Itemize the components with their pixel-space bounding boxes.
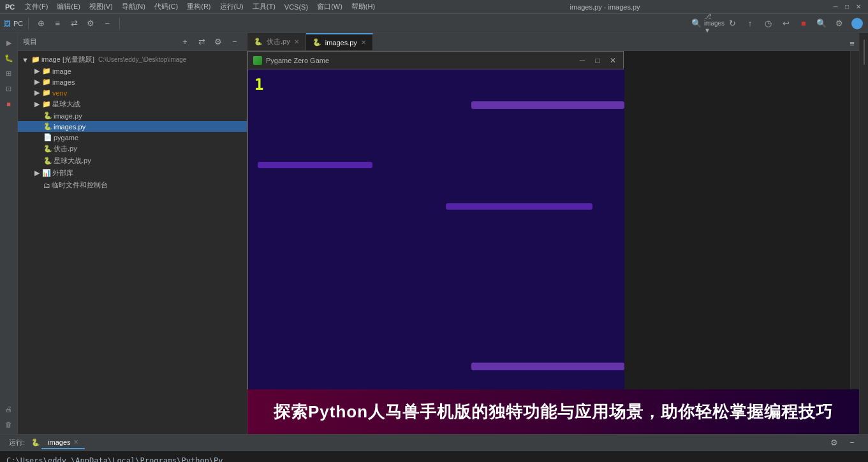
commit-button[interactable]: ↑ [743,17,757,31]
editor-tabs: 🐍 伏击.py ✕ 🐍 images.py ✕ ≡ [247,33,859,51]
toolbar-add-button[interactable]: ⊕ [34,17,48,31]
vtab-structure[interactable]: ⊞ [2,66,16,80]
tab-fuji[interactable]: 🐍 伏击.py ✕ [247,33,306,50]
menu-view[interactable]: 视图(V) [85,1,117,13]
close-button[interactable]: ✕ [854,3,863,11]
bottom-tab-images-1[interactable]: images ✕ [41,437,84,449]
branch-button[interactable]: ⎇ images ▼ [707,17,721,31]
py-icon1: 🐍 [43,112,52,120]
menu-window[interactable]: 窗口(W) [313,1,346,13]
project-panel: 项目 + ⇄ ⚙ − ▼ 📁 image [光量跳跃] C:\Users\edd… [18,33,247,434]
vtab-print[interactable]: 🖨 [2,402,16,416]
pygame-title-label: Pygame Zero Game [266,57,573,64]
menu-vcs[interactable]: VCS(S) [281,2,312,12]
vtab-terminal[interactable]: ⊡ [2,82,16,96]
xingqiu-collapsed-icon: ▶ [34,100,40,108]
window-title: images.py - images.py [380,3,830,11]
vtab-trash[interactable]: 🗑 [2,417,16,431]
root-icon: 📁 [31,55,40,64]
game-score: 1 [254,76,263,94]
tree-images-folder[interactable]: ▶ 📁 images [18,76,247,87]
btab-settings[interactable]: ⚙ [827,436,841,450]
project-header: 项目 + ⇄ ⚙ − [18,33,247,51]
update-button[interactable]: ↻ [725,17,739,31]
tree-image-folder[interactable]: ▶ 📁 image [18,66,247,76]
temp-icon: 🗂 [43,182,50,189]
project-header-icons: + ⇄ ⚙ − [178,35,242,49]
platform-top [471,101,624,109]
tree-venv-label: venv [52,89,67,97]
app-name: PC [5,3,15,11]
run-icon: 🐍 [31,438,40,447]
tree-temp-files[interactable]: 🗂 临时文件和控制台 [18,179,247,191]
project-expand-icon[interactable]: ⇄ [195,35,209,49]
tree-xingqiu[interactable]: ▶ 📁 星球大战 [18,98,247,110]
btab-minus[interactable]: − [845,436,859,450]
chart-icon: 📊 [42,169,51,177]
run-button2[interactable]: 🔍 [814,17,828,31]
settings2-button[interactable]: ⚙ [832,17,846,31]
toolbar-settings-button[interactable]: ⚙ [84,17,98,31]
search-button[interactable]: 🔍 [689,17,703,31]
tab-menu-button[interactable]: ≡ [845,36,859,50]
btab-close1[interactable]: ✕ [73,438,78,445]
tree-fuji-py[interactable]: 🐍 伏击.py [18,143,247,155]
tree-root[interactable]: ▼ 📁 image [光量跳跃] C:\Users\eddy_\Desktop\… [18,54,247,66]
tree-image-py[interactable]: 🐍 image.py [18,110,247,121]
menu-file[interactable]: 文件(F) [21,1,52,13]
tab-fuji-icon: 🐍 [254,38,263,46]
toolbar-close-button[interactable]: − [100,17,114,31]
revert-button[interactable]: ↩ [779,17,793,31]
stop-button[interactable]: ■ [797,17,811,31]
project-selector[interactable]: 🖼 PC [4,20,23,27]
tree-venv[interactable]: ▶ 📁 venv [18,87,247,98]
maximize-button[interactable]: □ [842,3,851,11]
toolbar-list-button[interactable]: ≡ [50,17,64,31]
menu-refactor[interactable]: 重构(R) [183,1,214,13]
banner: 探索Python人马兽手机版的独特功能与应用场景，助你轻松掌握编程技巧 [247,389,859,434]
tree-pygame[interactable]: 📄 pygame [18,132,247,143]
menu-nav[interactable]: 导航(N) [118,1,149,13]
tree-xingqiupy-label: 星球大战.py [54,156,91,166]
py-icon3: 🐍 [43,145,52,153]
avatar-button[interactable] [850,17,864,31]
toolbar-sync-button[interactable]: ⇄ [67,17,81,31]
tree-extlib-label: 外部库 [52,168,73,178]
project-add-icon[interactable]: + [178,35,192,49]
vtab-stop[interactable]: ■ [2,97,16,111]
btab-icons: ⚙ − [827,436,864,450]
menu-run[interactable]: 运行(U) [216,1,247,13]
btab-label1: images [48,438,70,446]
menu-edit[interactable]: 编辑(E) [53,1,84,13]
extlib-icon: ▶ [34,169,40,177]
project-tree: ▼ 📁 image [光量跳跃] C:\Users\eddy_\Desktop\… [18,51,247,434]
project-settings-icon[interactable]: ⚙ [211,35,225,49]
project-hide-icon[interactable]: − [228,35,242,49]
tree-images-py[interactable]: 🐍 images.py [18,121,247,132]
vtab-debug[interactable]: 🐛 [2,51,16,65]
platform-mid [258,162,372,168]
tab-fuji-close[interactable]: ✕ [294,38,299,45]
toolbar-right: 🔍 ⎇ images ▼ ↻ ↑ ◷ ↩ ■ 🔍 ⚙ [689,17,864,31]
top-menu-bar: PC 文件(F) 编辑(E) 视图(V) 导航(N) 代码(C) 重构(R) 运… [0,0,868,14]
pygame-canvas: 1 [248,69,624,434]
bottom-panel: 运行: 🐍 images ✕ ⚙ − C:\Users\eddy_\AppDat… [0,434,868,462]
menu-code[interactable]: 代码(C) [151,1,182,13]
minimize-button[interactable]: ─ [831,3,840,11]
platform-lower [471,363,624,370]
tab-images-close[interactable]: ✕ [361,39,366,46]
tab-images-label: images.py [325,39,357,47]
tree-external-libs[interactable]: ▶ 📊 外部库 [18,167,247,179]
right-sidebar [859,33,868,434]
vtab-run[interactable]: ▶ [2,36,16,50]
tab-images[interactable]: 🐍 images.py ✕ [306,33,373,50]
pygame-minimize[interactable]: ─ [577,55,587,66]
toolbar: 🖼 PC ⊕ ≡ ⇄ ⚙ − 🔍 ⎇ images ▼ ↻ ↑ ◷ ↩ ■ 🔍 … [0,14,868,33]
pygame-close[interactable]: ✕ [608,55,618,66]
tree-xingqiu-py[interactable]: 🐍 星球大战.py [18,155,247,167]
menu-tools[interactable]: 工具(T) [249,1,279,13]
py-icon2: 🐍 [43,122,52,131]
pygame-restore[interactable]: □ [592,55,603,66]
history-button[interactable]: ◷ [761,17,775,31]
menu-help[interactable]: 帮助(H) [348,1,379,13]
